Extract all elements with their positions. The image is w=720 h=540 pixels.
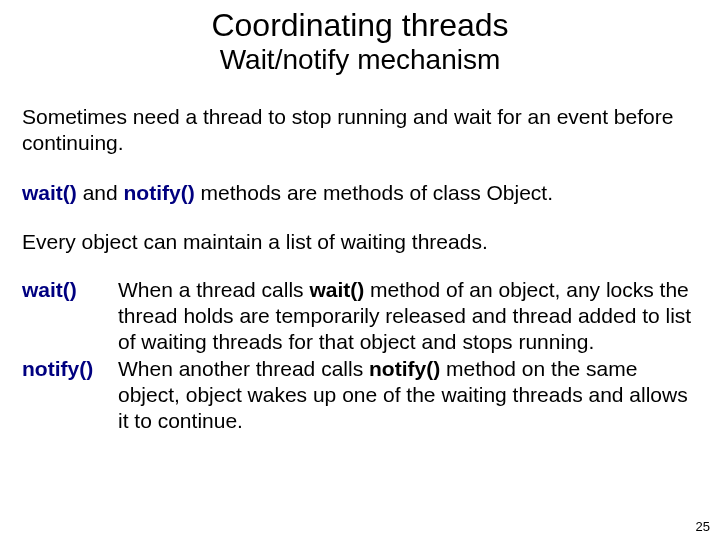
wait-desc-1: When a thread calls — [118, 278, 309, 301]
definitions: wait() When a thread calls wait() method… — [22, 277, 698, 435]
slide-title: Coordinating threads — [0, 0, 720, 43]
slide-subtitle: Wait/notify mechanism — [0, 45, 720, 76]
notify-label: notify() — [22, 356, 112, 435]
text-and: and — [77, 181, 124, 204]
slide-body: Sometimes need a thread to stop running … — [0, 104, 720, 435]
wait-description: When a thread calls wait() method of an … — [118, 277, 698, 356]
intro-paragraph: Sometimes need a thread to stop running … — [22, 104, 698, 157]
page-number: 25 — [696, 519, 710, 534]
wait-method-inline: wait() — [22, 181, 77, 204]
notify-desc-bold: notify() — [369, 357, 440, 380]
notify-desc-1: When another thread calls — [118, 357, 369, 380]
text-rest: methods are methods of class Object. — [195, 181, 553, 204]
methods-paragraph: wait() and notify() methods are methods … — [22, 180, 698, 206]
wait-label: wait() — [22, 277, 112, 356]
wait-desc-bold: wait() — [309, 278, 364, 301]
every-object-paragraph: Every object can maintain a list of wait… — [22, 229, 698, 255]
notify-method-inline: notify() — [124, 181, 195, 204]
notify-description: When another thread calls notify() metho… — [118, 356, 698, 435]
slide: Coordinating threads Wait/notify mechani… — [0, 0, 720, 540]
